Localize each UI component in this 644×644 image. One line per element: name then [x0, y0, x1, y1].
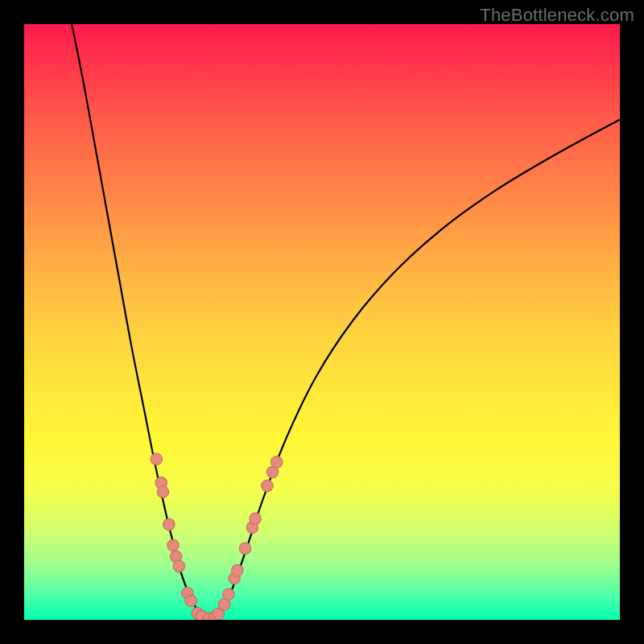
- data-points-group: [151, 453, 283, 620]
- left-arm-dot: [185, 595, 196, 606]
- right-arm-dot: [250, 513, 261, 524]
- left-arm-dot: [151, 453, 162, 464]
- right-arm-dot: [271, 456, 283, 468]
- left-arm-dot: [157, 486, 168, 497]
- left-arm-dot: [167, 539, 179, 551]
- right-arm-dot: [223, 588, 234, 600]
- curve-right: [208, 119, 620, 618]
- left-arm-dot: [173, 560, 184, 572]
- right-arm-dot: [239, 543, 250, 554]
- left-arm-dot: [163, 518, 175, 530]
- right-arm-dot: [262, 480, 273, 491]
- chart-frame: [24, 24, 620, 620]
- curve-left: [72, 24, 208, 619]
- watermark-text: TheBottleneck.com: [480, 5, 634, 26]
- chart-svg: [24, 24, 620, 620]
- right-arm-dot: [232, 564, 243, 576]
